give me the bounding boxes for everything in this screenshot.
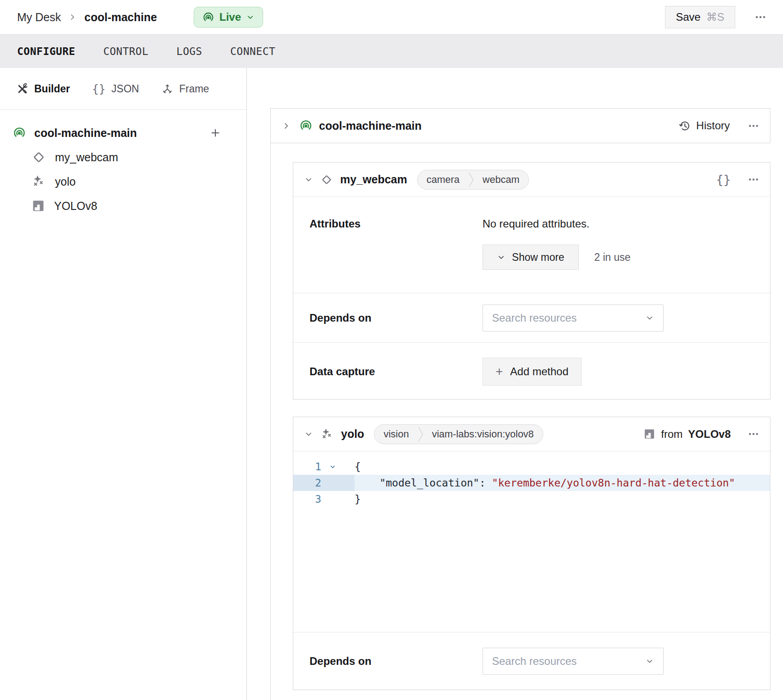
add-resource-button[interactable] bbox=[209, 127, 221, 139]
resource-card-yolo: yolo vision viam-labs:vision:yolov8 from… bbox=[293, 417, 770, 690]
breadcrumb-current: cool-machine bbox=[84, 11, 157, 24]
depends-on-select[interactable]: Search resources bbox=[483, 648, 664, 675]
part-title: cool-machine-main bbox=[319, 119, 422, 132]
header-more-menu-button[interactable] bbox=[751, 11, 770, 23]
from-module-link[interactable]: from YOLOv8 bbox=[643, 428, 731, 441]
badge-divider bbox=[469, 170, 473, 190]
depends-on-label: Depends on bbox=[293, 655, 483, 668]
view-builder[interactable]: Builder bbox=[16, 83, 70, 95]
resource-more-menu-button[interactable] bbox=[748, 174, 759, 185]
braces-icon: {} bbox=[92, 82, 105, 95]
tab-control[interactable]: CONTROL bbox=[103, 45, 148, 57]
data-capture-section: Data capture + Add method bbox=[293, 342, 770, 400]
tab-connect[interactable]: CONNECT bbox=[230, 45, 275, 57]
tree-item-label: yolo bbox=[55, 175, 76, 188]
module-icon bbox=[643, 428, 656, 440]
attributes-section: Attributes No required attributes. Show … bbox=[293, 197, 770, 293]
code-text: { bbox=[355, 459, 770, 475]
collapse-chevron-down-icon[interactable] bbox=[304, 430, 313, 439]
chevron-down-icon bbox=[645, 657, 654, 666]
resource-name: my_webcam bbox=[340, 173, 407, 186]
chevron-down-icon bbox=[497, 253, 505, 262]
resource-type-badge: camera webcam bbox=[417, 170, 529, 190]
depends-on-section: Depends on Search resources bbox=[293, 293, 770, 342]
resource-name: yolo bbox=[341, 427, 364, 441]
badge-type: vision bbox=[374, 428, 418, 440]
breadcrumb-parent-link[interactable]: My Desk bbox=[17, 11, 61, 24]
resource-type-badge: vision viam-labs:vision:yolov8 bbox=[374, 424, 543, 444]
depends-on-placeholder: Search resources bbox=[492, 655, 645, 668]
depends-on-section: Depends on Search resources bbox=[293, 632, 770, 690]
code-line-1: 1 { bbox=[293, 459, 770, 475]
broadcast-icon bbox=[299, 119, 313, 132]
config-main-area: cool-machine-main History my_webcam bbox=[247, 68, 783, 700]
fold-chevron-icon[interactable] bbox=[321, 459, 344, 475]
attributes-label: Attributes bbox=[293, 218, 483, 293]
live-status-dropdown[interactable]: Live bbox=[194, 7, 263, 27]
show-more-button[interactable]: Show more bbox=[483, 245, 579, 270]
nesting-connector-line bbox=[270, 143, 271, 700]
from-module-name: YOLOv8 bbox=[688, 428, 731, 441]
tools-icon bbox=[16, 83, 28, 95]
tree-item-my-webcam[interactable]: my_webcam bbox=[0, 145, 246, 169]
resource-more-menu-button[interactable] bbox=[748, 428, 759, 440]
view-json-label: JSON bbox=[111, 83, 139, 95]
code-text: } bbox=[355, 491, 770, 507]
view-json[interactable]: {} JSON bbox=[92, 82, 139, 95]
tree-item-yolov8-module[interactable]: YOLOv8 bbox=[0, 194, 246, 218]
plus-icon: + bbox=[496, 365, 503, 378]
from-prefix: from bbox=[661, 428, 683, 441]
line-number: 3 bbox=[293, 491, 321, 507]
view-builder-label: Builder bbox=[34, 83, 70, 95]
save-label: Save bbox=[676, 11, 701, 23]
badge-model: viam-labs:vision:yolov8 bbox=[423, 428, 543, 440]
resource-tree: cool-machine-main my_webcam yolo YOLOv8 bbox=[0, 110, 246, 218]
code-line-3: 3 } bbox=[293, 491, 770, 507]
view-frame-label: Frame bbox=[179, 83, 209, 95]
breadcrumb-separator-icon bbox=[68, 13, 77, 22]
view-frame[interactable]: Frame bbox=[161, 83, 209, 95]
badge-type: camera bbox=[418, 174, 469, 186]
resource-card-header: yolo vision viam-labs:vision:yolov8 from… bbox=[293, 417, 770, 451]
resource-card-my-webcam: my_webcam camera webcam {} Attributes No… bbox=[293, 162, 770, 400]
depends-on-select[interactable]: Search resources bbox=[483, 305, 664, 332]
tab-logs[interactable]: LOGS bbox=[177, 45, 202, 57]
line-number: 2 bbox=[293, 475, 321, 491]
resource-card-header: my_webcam camera webcam {} bbox=[293, 163, 770, 197]
code-text: "model_location": "keremberke/yolov8n-ha… bbox=[355, 475, 770, 491]
module-icon bbox=[32, 199, 45, 213]
tab-configure[interactable]: CONFIGURE bbox=[17, 45, 75, 57]
add-method-button[interactable]: + Add method bbox=[483, 358, 582, 386]
attributes-json-editor[interactable]: 1 { 2 "model_location": "keremberke/yolo… bbox=[293, 451, 770, 633]
chevron-down-icon bbox=[645, 314, 654, 323]
edit-json-button[interactable]: {} bbox=[716, 173, 731, 186]
add-method-label: Add method bbox=[510, 365, 568, 378]
badge-model: webcam bbox=[473, 174, 528, 186]
tree-root-label: cool-machine-main bbox=[34, 127, 201, 140]
expand-part-chevron-right-icon[interactable] bbox=[282, 121, 291, 131]
tree-item-label: my_webcam bbox=[55, 151, 118, 164]
live-label: Live bbox=[219, 11, 241, 23]
history-clock-icon bbox=[678, 119, 691, 132]
history-button[interactable]: History bbox=[678, 119, 730, 132]
tree-item-label: YOLOv8 bbox=[54, 200, 97, 213]
tree-item-machine-part[interactable]: cool-machine-main bbox=[0, 121, 246, 145]
tree-item-yolo[interactable]: yolo bbox=[0, 169, 246, 194]
chevron-down-icon bbox=[246, 13, 255, 22]
view-switcher: Builder {} JSON Frame bbox=[0, 68, 246, 110]
broadcast-icon bbox=[202, 11, 214, 23]
depends-on-label: Depends on bbox=[293, 312, 483, 324]
collapse-chevron-down-icon[interactable] bbox=[304, 175, 313, 184]
show-more-label: Show more bbox=[512, 251, 564, 264]
diamond-component-icon bbox=[32, 150, 46, 164]
part-more-menu-button[interactable] bbox=[748, 120, 759, 132]
sparkles-service-icon bbox=[320, 427, 334, 441]
badge-divider bbox=[418, 424, 423, 444]
depends-on-placeholder: Search resources bbox=[492, 312, 645, 324]
attributes-value: No required attributes. Show more 2 in u… bbox=[483, 218, 631, 293]
machine-part-card: cool-machine-main History bbox=[270, 108, 770, 143]
save-shortcut: ⌘S bbox=[706, 11, 724, 23]
code-line-2: 2 "model_location": "keremberke/yolov8n-… bbox=[293, 475, 770, 491]
save-button[interactable]: Save ⌘S bbox=[665, 6, 735, 28]
line-number: 1 bbox=[293, 459, 321, 475]
